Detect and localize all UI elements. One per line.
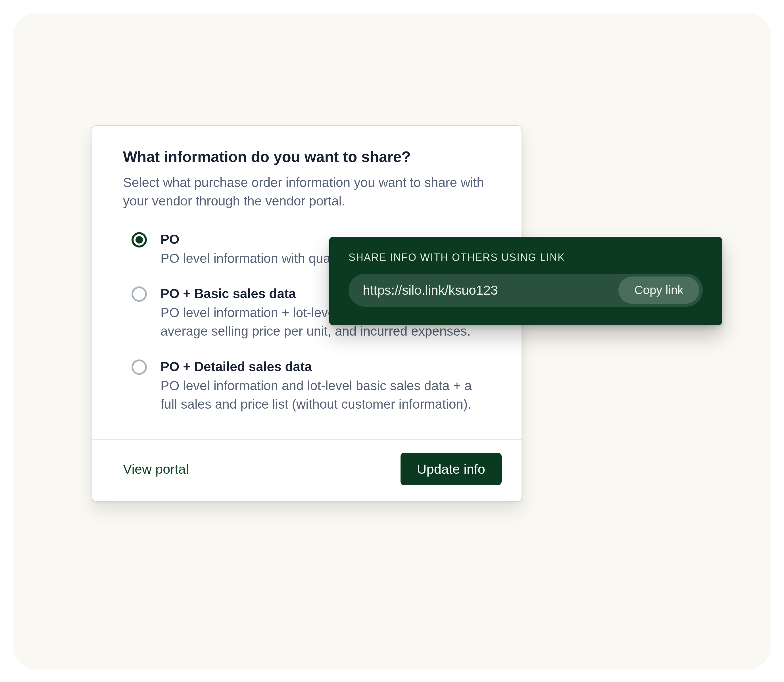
popover-heading: SHARE INFO WITH OTHERS USING LINK (348, 252, 703, 263)
view-portal-button[interactable]: View portal (123, 461, 189, 477)
share-link-url[interactable]: https://silo.link/ksuo123 (363, 282, 619, 298)
option-po-detailed-sales[interactable]: PO + Detailed sales data PO level inform… (132, 358, 491, 414)
card-subtitle: Select what purchase order information y… (123, 173, 491, 210)
card-footer: View portal Update info (92, 439, 522, 501)
radio-icon[interactable] (132, 360, 147, 375)
option-description: PO level information and lot-level basic… (161, 376, 491, 414)
copy-link-button[interactable]: Copy link (619, 277, 699, 304)
radio-icon[interactable] (132, 232, 147, 247)
card-title: What information do you want to share? (123, 148, 491, 166)
update-info-button[interactable]: Update info (401, 453, 502, 485)
option-text: PO + Detailed sales data PO level inform… (161, 358, 491, 414)
share-link-popover: SHARE INFO WITH OTHERS USING LINK https:… (329, 237, 722, 325)
share-link-row: https://silo.link/ksuo123 Copy link (348, 274, 703, 307)
radio-icon[interactable] (132, 287, 147, 302)
stage: What information do you want to share? S… (0, 0, 784, 682)
option-label: PO + Detailed sales data (161, 358, 491, 375)
canvas: What information do you want to share? S… (13, 13, 771, 669)
